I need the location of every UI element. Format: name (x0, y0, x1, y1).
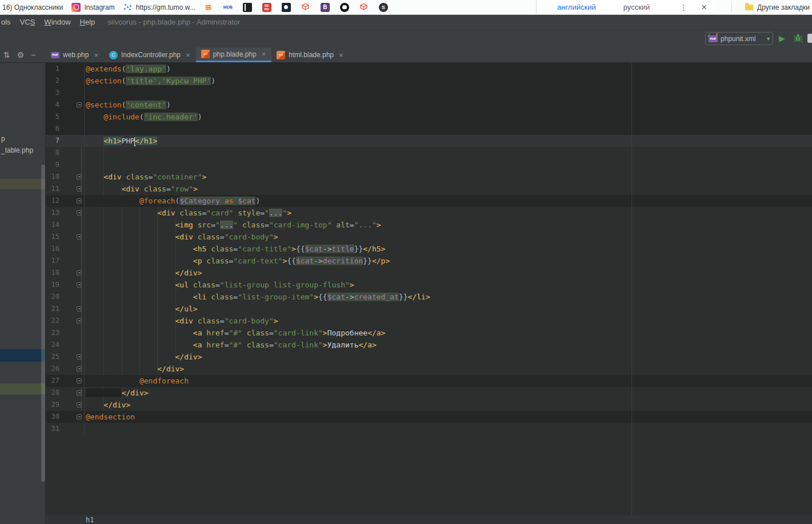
moon-icon (282, 3, 291, 12)
debug-bug-button[interactable] (793, 33, 803, 45)
run-button[interactable]: ▶ (779, 33, 785, 43)
bookmark-item[interactable]: https://gm.tumo.w... (121, 1, 198, 14)
fold-marker-icon[interactable] (77, 102, 82, 107)
code-token: </a> (358, 341, 376, 349)
code-token: "card-link" (274, 329, 323, 337)
line-number: 12 (46, 195, 59, 207)
bookmark-item[interactable] (357, 1, 371, 14)
bookmark-item[interactable]: S (377, 1, 390, 14)
tab-php.blade.php[interactable]: php.blade.php× (196, 47, 272, 62)
fold-marker-icon[interactable] (77, 186, 82, 191)
other-bookmarks-button[interactable]: Другие закладки (745, 0, 810, 14)
code-editor[interactable]: 1@extends('lay.app')2@section('title','К… (46, 63, 812, 515)
tree-highlight-blue (0, 349, 46, 362)
code-token: = (265, 221, 269, 229)
translate-target-language[interactable]: русский (623, 3, 650, 11)
bookmarks-list: 16) ОдноклассникиInstagramhttps://gm.tum… (0, 1, 396, 14)
tree-item[interactable]: p (1, 135, 5, 143)
run-configuration-select[interactable]: ✓ ✗ PHP phpunit.xml ▾ (705, 32, 773, 45)
fold-marker-icon[interactable] (77, 390, 82, 395)
code-text: </div> (85, 387, 812, 399)
code-token: <div (122, 185, 139, 193)
settings-gear-icon[interactable]: ⚙ (17, 50, 25, 59)
line-number: 15 (46, 231, 59, 243)
translate-source-language[interactable]: английский (557, 3, 596, 11)
code-token: </div> (175, 353, 202, 361)
fold-marker-icon[interactable] (77, 282, 82, 287)
menu-item-help[interactable]: Help (80, 18, 95, 26)
code-line: 6 (46, 123, 812, 135)
code-text: @foreach($Category as $cat) (85, 195, 812, 207)
tree-item[interactable]: _table.php (1, 146, 33, 154)
translate-close-icon[interactable]: × (701, 2, 707, 12)
bookmark-item[interactable] (299, 1, 313, 14)
translate-options-icon[interactable]: ⋮ (679, 3, 687, 12)
navigate-updown-icon[interactable]: ⇅ (3, 50, 10, 59)
bookmark-item[interactable]: 16) Одноклассники (0, 1, 65, 14)
fold-gutter (59, 363, 85, 375)
line-number: 27 (46, 375, 59, 387)
code-token: <p (193, 257, 202, 265)
code-text: <div class="container"> (85, 171, 812, 183)
code-text: <div class="card-body"> (85, 315, 812, 327)
fold-marker-icon[interactable] (77, 198, 82, 203)
fold-marker-icon[interactable] (77, 378, 82, 383)
code-text: </div> (85, 363, 812, 375)
fold-marker-icon[interactable] (77, 402, 82, 407)
bookmark-item[interactable] (338, 1, 351, 14)
fold-marker-icon[interactable] (77, 366, 82, 371)
project-panel-scrollbar[interactable] (41, 165, 45, 482)
fold-marker-icon[interactable] (77, 174, 82, 179)
ide-toolbar: ✓ ✗ PHP phpunit.xml ▾ ▶ (0, 30, 812, 47)
breadcrumb-item[interactable]: h1 (86, 516, 94, 524)
code-token: "..." (354, 221, 377, 229)
bookmark-item[interactable]: Instagram (69, 1, 117, 14)
ide-menu-bar: olsVCSWindowHelp slivcorus - php.blade.p… (0, 15, 812, 30)
line-number: 8 (46, 147, 59, 159)
code-token: = (260, 209, 265, 217)
bookmark-item[interactable]: REPO (260, 1, 274, 14)
fold-marker-icon[interactable] (77, 270, 82, 275)
code-token (86, 233, 175, 241)
tab-IndexController.php[interactable]: CIndexController.php× (104, 47, 196, 62)
code-token (86, 185, 122, 193)
code-text: <ul class="list-group list-group-flush"> (85, 279, 812, 291)
tab-close-icon[interactable]: × (262, 50, 266, 58)
code-token: @extends (86, 65, 122, 73)
tab-web.php[interactable]: PHPweb.php× (46, 47, 104, 62)
bookmark-item[interactable]: MDB (221, 1, 235, 14)
fold-gutter (59, 195, 85, 207)
code-line: 21 </ul> (46, 303, 812, 315)
clipped-toolbar-icon[interactable] (807, 34, 812, 43)
code-line: 10 <div class="container"> (46, 171, 812, 183)
mdb-icon: MDB (223, 3, 233, 12)
menu-item-window[interactable]: Window (44, 18, 70, 26)
fold-marker-icon[interactable] (77, 234, 82, 239)
fold-gutter (59, 87, 85, 99)
code-token (86, 389, 122, 397)
fold-marker-icon[interactable] (77, 306, 82, 311)
code-token (86, 221, 175, 229)
hide-panel-icon[interactable]: − (31, 50, 35, 59)
code-line: 24 <a href="#" class="card-link">Удалить… (46, 339, 812, 351)
tab-close-icon[interactable]: × (186, 51, 190, 59)
tab-close-icon[interactable]: × (94, 51, 98, 59)
tab-label: html.blade.php (289, 51, 334, 59)
menu-item-ols[interactable]: ols (1, 18, 11, 26)
fold-gutter (59, 351, 85, 363)
tab-html.blade.php[interactable]: html.blade.php× (271, 47, 349, 62)
fold-marker-icon[interactable] (77, 354, 82, 359)
tab-close-icon[interactable]: × (339, 51, 343, 59)
code-token: <li (193, 293, 206, 301)
fold-marker-icon[interactable] (77, 318, 82, 323)
bookmark-item[interactable] (279, 1, 293, 14)
menu-item-vcs[interactable]: VCS (20, 18, 35, 26)
fold-marker-icon[interactable] (77, 414, 82, 419)
bookmark-item[interactable] (202, 1, 215, 14)
bookmark-item[interactable]: B (318, 1, 332, 14)
code-token: <h1> (103, 137, 121, 145)
run-config-label: phpunit.xml (721, 35, 755, 43)
fold-marker-icon[interactable] (77, 210, 82, 215)
bookmark-item[interactable] (241, 1, 254, 14)
code-line: 15 <div class="card-body"> (46, 231, 812, 243)
